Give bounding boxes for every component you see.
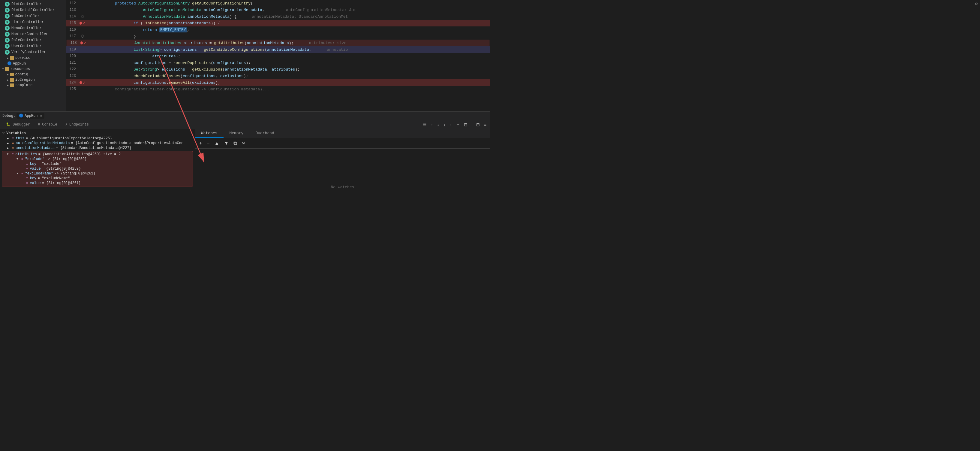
class-icon: C — [5, 38, 10, 43]
breakpoint-indicator — [80, 22, 82, 25]
class-icon: C — [5, 32, 10, 37]
toolbar-grid-btn[interactable]: ⊞ — [475, 122, 481, 127]
tab-debugger[interactable]: 🐛 Debugger — [2, 121, 33, 128]
debug-label: Debug: — [2, 114, 15, 118]
expand-icon[interactable]: ▶ — [7, 147, 11, 150]
var-name: key — [30, 162, 37, 166]
var-name: value — [30, 167, 41, 171]
sidebar-group-ip2region[interactable]: ▶ ip2region — [0, 77, 66, 83]
var-equals: = {String[0]@4261} — [42, 181, 81, 185]
folder-icon — [10, 56, 14, 60]
class-icon: C — [5, 50, 10, 55]
bug-icon: 🐛 — [6, 123, 11, 127]
tab-watches-label: Watches — [201, 131, 218, 135]
var-row-excludename-key: ≡ key = "excludeName" — [2, 176, 192, 181]
sidebar-group-config[interactable]: ▶ config — [0, 72, 66, 77]
breakpoint-indicator — [80, 81, 82, 84]
line-number: 112 — [66, 1, 80, 5]
expand-icon[interactable]: ▼ — [16, 172, 20, 175]
watches-content: No watches — [195, 149, 490, 225]
toolbar-separator — [472, 122, 472, 127]
tab-endpoints-label: Endpoints — [69, 123, 89, 127]
toolbar-list-btn[interactable]: ≡ — [483, 122, 488, 127]
line-gutter — [80, 15, 86, 18]
expand-icon[interactable]: ▶ — [7, 137, 11, 140]
line-number: 123 — [66, 74, 80, 78]
class-icon: C — [5, 20, 10, 25]
sidebar-item-limitcontroller[interactable]: C LimitController — [0, 19, 66, 25]
var-equals: -> {String[0]@4259} — [46, 157, 87, 161]
class-icon: C — [5, 8, 10, 13]
sidebar-label: config — [15, 72, 28, 76]
toolbar-record-btn[interactable]: ⚬ — [455, 122, 461, 127]
watch-infinity-btn[interactable]: ∞ — [240, 140, 246, 147]
sidebar-group-template[interactable]: ▶ template — [0, 83, 66, 88]
watch-copy-btn[interactable]: ⧉ — [232, 140, 238, 147]
var-row-this: ▶ ≡ this = {AutoConfigurationImportSelec… — [0, 136, 195, 141]
var-row-excludename-value: ≡ value = {String[0]@4261} — [2, 181, 192, 186]
diamond-indicator — [81, 15, 84, 18]
main-container: C DictController C DictDetailController … — [0, 0, 490, 225]
line-number: 114 — [66, 14, 80, 19]
sidebar-item-verifycontroller[interactable]: C VerifyController — [0, 49, 66, 55]
expand-icon[interactable]: ▼ — [7, 153, 11, 156]
watch-remove-btn[interactable]: − — [205, 140, 211, 147]
var-name: attributes — [16, 152, 37, 156]
line-number: 113 — [66, 8, 80, 12]
tab-watches[interactable]: Watches — [195, 129, 224, 138]
filter-icon[interactable]: ▽ — [2, 131, 5, 135]
var-row-exclude-value: ≡ value = {String[0]@4259} — [2, 166, 192, 171]
toolbar-up-btn[interactable]: ↑ — [430, 122, 434, 127]
var-name: this — [16, 136, 25, 140]
sidebar-label: RoleController — [11, 38, 42, 42]
sidebar-group-apprun[interactable]: 🔵 AppRun — [0, 61, 66, 66]
line-number: 125 — [66, 87, 80, 91]
sidebar-item-dictcontroller[interactable]: C DictController — [0, 1, 66, 7]
expand-icon[interactable]: ▼ — [16, 158, 20, 161]
toolbar-filter-btn[interactable]: ☰ — [422, 122, 428, 127]
toolbar-step-btn[interactable]: ↓ — [442, 122, 447, 127]
var-equals: = {AutoConfigurationImportSelector@4225} — [25, 136, 112, 140]
var-equals: = {AnnotationAttributes@4250} — [38, 152, 101, 156]
sidebar-item-jobcontroller[interactable]: C JobController — [0, 13, 66, 19]
sidebar-item-rolecontroller[interactable]: C RoleController — [0, 37, 66, 43]
tab-memory[interactable]: Memory — [224, 129, 250, 138]
tab-memory-label: Memory — [229, 131, 243, 135]
var-name: "exclude" — [25, 157, 45, 161]
watch-down-btn[interactable]: ▼ — [223, 140, 230, 147]
sidebar-label: DictController — [11, 2, 42, 6]
class-icon: C — [5, 26, 10, 30]
variables-panel: ▽ Variables ▶ ≡ this = {AutoConfiguratio… — [0, 129, 195, 225]
toolbar-resume-btn[interactable]: ↑ — [449, 122, 453, 127]
watch-add-btn[interactable]: + — [198, 140, 203, 147]
tab-console[interactable]: ⊞ Console — [34, 121, 61, 128]
sidebar-group-service[interactable]: ▶ service — [0, 55, 66, 61]
sidebar-item-dictdetailcontroller[interactable]: C DictDetailController — [0, 7, 66, 13]
var-equals: = {StandardAnnotationMetadata@4227} — [56, 146, 131, 150]
tab-overhead[interactable]: Overhead — [249, 129, 280, 138]
apprun-tab[interactable]: 🔵 AppRun ✕ — [16, 113, 45, 119]
endpoints-icon: ⚡ — [65, 123, 67, 127]
close-icon[interactable]: ✕ — [40, 114, 42, 118]
folder-icon — [10, 73, 14, 76]
sidebar-item-menucontroller[interactable]: C MenuController — [0, 25, 66, 31]
watches-panel: Watches Memory Overhead + − ▲ ▼ ⧉ ∞ — [195, 129, 490, 225]
var-equals: = {String[0]@4259} — [42, 167, 81, 171]
sidebar-item-usercontroller[interactable]: C UserController — [0, 43, 66, 49]
tab-endpoints[interactable]: ⚡ Endpoints — [62, 121, 92, 128]
var-equals: = {AutoConfigurationMetadataLoader$Prope… — [71, 141, 183, 145]
var-equals: = "excludeName" — [38, 176, 70, 180]
triangle-icon: ▶ — [7, 79, 9, 81]
line-number: 122 — [66, 67, 80, 72]
line-number: 117 — [66, 34, 80, 38]
debug-tabs-bar: 🐛 Debugger ⊞ Console ⚡ Endpoints ☰ ↑ ↓ ↓… — [0, 120, 490, 129]
toolbar-stop-btn[interactable]: ⊟ — [463, 122, 469, 127]
sidebar-group-resources[interactable]: ▶ resources — [0, 66, 66, 72]
line-number: 120 — [66, 54, 80, 58]
watch-up-btn[interactable]: ▲ — [213, 140, 221, 147]
toolbar-down-btn[interactable]: ↓ — [436, 122, 441, 127]
expand-icon[interactable]: ▶ — [7, 142, 11, 145]
line-gutter: ✓ — [80, 80, 86, 86]
class-icon: C — [5, 44, 10, 49]
sidebar-item-monitorcontroller[interactable]: C MonitorController — [0, 31, 66, 37]
